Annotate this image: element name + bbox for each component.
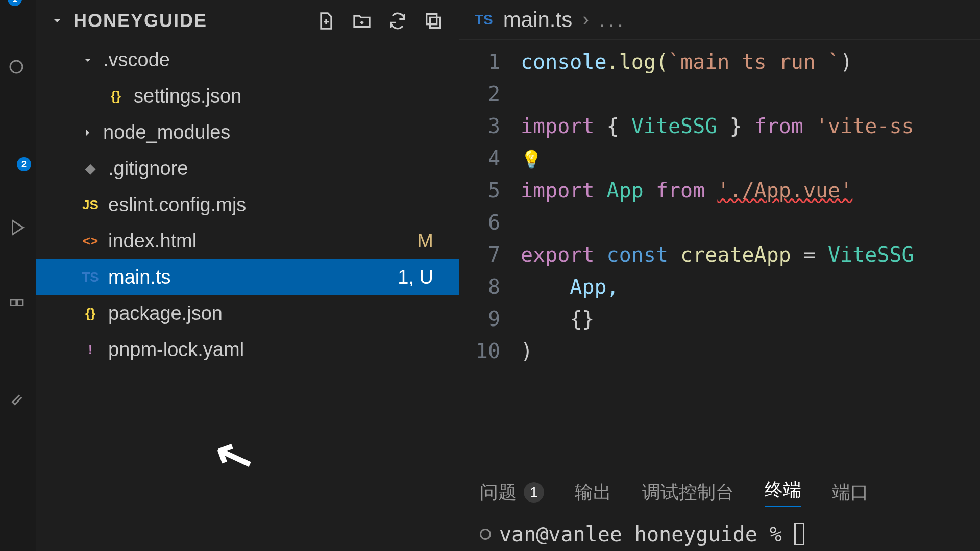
line-number: 5 bbox=[459, 174, 500, 207]
file-index-html[interactable]: <> index.html M bbox=[36, 223, 459, 259]
bottom-panel: 问题 1 输出 调试控制台 终端 端口 van@vanlee honeyguid… bbox=[459, 467, 980, 551]
prompt-circle-icon bbox=[480, 529, 491, 540]
file-settings-json[interactable]: {} settings.json bbox=[36, 78, 459, 114]
line-number: 7 bbox=[459, 239, 500, 271]
folder-node-modules[interactable]: node_modules bbox=[36, 114, 459, 151]
collapse-icon[interactable] bbox=[423, 11, 444, 31]
file-label: .gitignore bbox=[108, 158, 444, 180]
line-number: 6 bbox=[459, 207, 500, 239]
file-main-ts[interactable]: TS main.ts 1, U bbox=[36, 259, 459, 295]
explorer-icon[interactable]: 1 bbox=[9, 0, 27, 13]
editor-breadcrumb: TS main.ts › ... bbox=[459, 0, 980, 40]
git-status-untracked: 1, U bbox=[398, 266, 433, 288]
folder-vscode[interactable]: .vscode bbox=[36, 42, 459, 78]
new-folder-icon[interactable] bbox=[352, 11, 372, 31]
lightbulb-icon[interactable]: 💡 bbox=[521, 149, 542, 169]
debug-icon[interactable] bbox=[9, 218, 27, 237]
git-icon: ◆ bbox=[82, 160, 99, 178]
refresh-icon[interactable] bbox=[387, 11, 408, 31]
git-status-modified: M bbox=[417, 230, 433, 252]
code-editor[interactable]: 1 2 3 4 5 6 7 8 9 10 console.log(`main t… bbox=[459, 40, 980, 467]
terminal-prompt[interactable]: van@vanlee honeyguide % bbox=[480, 522, 960, 546]
folder-label: node_modules bbox=[103, 121, 444, 143]
panel-tabs: 问题 1 输出 调试控制台 终端 端口 bbox=[480, 478, 960, 507]
extensions-icon[interactable] bbox=[9, 298, 27, 316]
yaml-icon: ! bbox=[82, 341, 99, 359]
error-squiggle[interactable]: './App.vue' bbox=[717, 179, 852, 202]
tab-filename[interactable]: main.ts bbox=[503, 8, 572, 32]
tab-output[interactable]: 输出 bbox=[575, 480, 611, 505]
new-file-icon[interactable] bbox=[316, 11, 336, 31]
svg-rect-1 bbox=[11, 300, 16, 306]
explorer-actions bbox=[316, 11, 444, 31]
svg-point-0 bbox=[10, 61, 22, 73]
svg-rect-4 bbox=[430, 17, 440, 28]
explorer-badge: 1 bbox=[8, 0, 22, 6]
file-gitignore[interactable]: ◆ .gitignore bbox=[36, 151, 459, 187]
prompt-text: van@vanlee honeyguide % bbox=[499, 522, 782, 546]
activity-bar: 1 2 bbox=[0, 0, 36, 551]
line-number: 9 bbox=[459, 303, 500, 335]
line-number: 1 bbox=[459, 46, 500, 78]
line-number: 8 bbox=[459, 271, 500, 303]
ts-icon: TS bbox=[82, 269, 99, 286]
line-number: 3 bbox=[459, 110, 500, 142]
chevron-right-icon: › bbox=[582, 9, 589, 31]
tab-terminal[interactable]: 终端 bbox=[765, 478, 801, 507]
html-icon: <> bbox=[82, 233, 99, 250]
tab-problems[interactable]: 问题 1 bbox=[480, 480, 544, 505]
svg-rect-3 bbox=[427, 14, 437, 24]
line-number: 2 bbox=[459, 78, 500, 110]
file-label: package.json bbox=[108, 303, 444, 324]
tab-debug-console[interactable]: 调试控制台 bbox=[642, 480, 734, 505]
terminal-cursor bbox=[794, 523, 804, 545]
tools-icon[interactable] bbox=[9, 390, 27, 408]
ts-icon: TS bbox=[475, 12, 493, 28]
tab-ports[interactable]: 端口 bbox=[832, 480, 869, 505]
search-icon[interactable] bbox=[9, 59, 27, 78]
editor-area: TS main.ts › ... 1 2 3 4 5 6 7 8 9 10 co… bbox=[459, 0, 980, 551]
chevron-down-icon bbox=[82, 54, 94, 66]
file-label: pnpm-lock.yaml bbox=[108, 339, 444, 361]
scm-badge: 2 bbox=[17, 157, 31, 171]
breadcrumb-more[interactable]: ... bbox=[599, 8, 626, 32]
json-icon: {} bbox=[82, 305, 99, 322]
file-package-json[interactable]: {} package.json bbox=[36, 295, 459, 332]
project-name: HONEYGUIDE bbox=[74, 10, 207, 32]
file-label: eslint.config.mjs bbox=[108, 194, 444, 216]
file-eslint-config[interactable]: JS eslint.config.mjs bbox=[36, 187, 459, 223]
file-label: main.ts bbox=[108, 266, 388, 288]
chevron-right-icon bbox=[82, 127, 94, 139]
chevron-down-icon[interactable] bbox=[51, 15, 63, 27]
svg-rect-2 bbox=[17, 300, 23, 306]
file-label: index.html bbox=[108, 230, 408, 252]
scm-icon[interactable]: 2 bbox=[9, 149, 27, 167]
js-icon: JS bbox=[82, 196, 99, 214]
line-gutter: 1 2 3 4 5 6 7 8 9 10 bbox=[459, 46, 521, 467]
line-number: 10 bbox=[459, 335, 500, 367]
json-icon: {} bbox=[107, 88, 125, 105]
line-number: 4 bbox=[459, 142, 500, 174]
explorer-header: HONEYGUIDE bbox=[36, 0, 459, 42]
code-content: console.log(`main ts run `) import { Vit… bbox=[521, 46, 914, 467]
problems-count: 1 bbox=[524, 482, 544, 503]
file-label: settings.json bbox=[134, 85, 444, 107]
file-pnpm-lock[interactable]: ! pnpm-lock.yaml bbox=[36, 332, 459, 368]
folder-label: .vscode bbox=[103, 49, 444, 71]
